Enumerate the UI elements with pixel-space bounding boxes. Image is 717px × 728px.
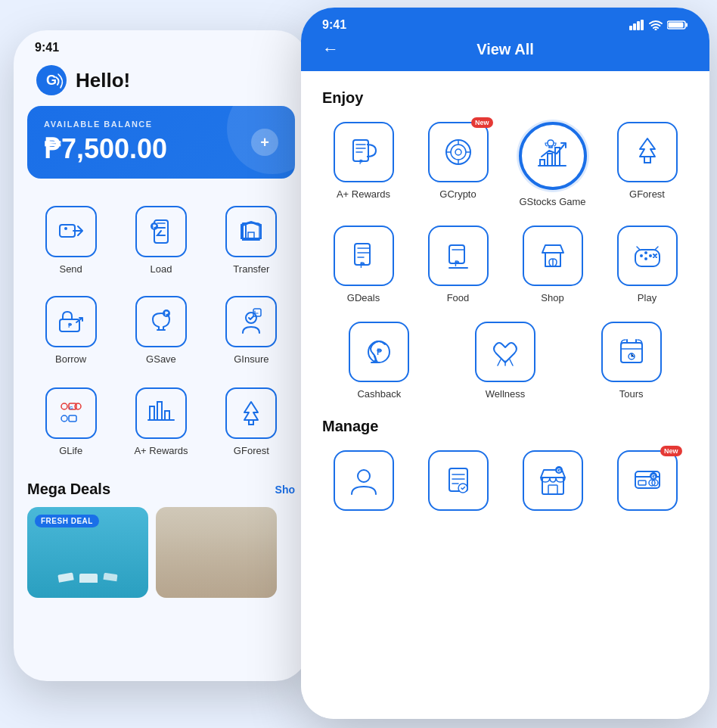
- ginsure-icon: [237, 307, 265, 336]
- enjoy-item-gcrypto[interactable]: New GCrypto: [417, 122, 499, 207]
- enjoy-item-play[interactable]: Play: [606, 226, 688, 303]
- food-icon-box: ₱: [428, 226, 489, 286]
- gforest-enjoy-label: GForest: [629, 188, 665, 200]
- svg-point-34: [455, 149, 461, 155]
- gdeals-label: GDeals: [347, 292, 380, 303]
- shop-label: Shop: [541, 292, 563, 303]
- mega-deals-shop-link[interactable]: Sho: [275, 484, 295, 496]
- action-gforest[interactable]: GForest: [208, 380, 295, 464]
- enjoy-item-tours[interactable]: Tours: [574, 322, 688, 400]
- status-bar-back: 9:41: [14, 30, 309, 61]
- fresh-deal-badge: FRESH DEAL: [35, 515, 99, 527]
- arewards-enjoy-icon-box: ₱: [334, 122, 394, 182]
- svg-point-43: [644, 251, 647, 254]
- svg-rect-21: [629, 26, 632, 30]
- svg-text:₱: ₱: [358, 159, 362, 166]
- svg-point-41: [644, 257, 647, 260]
- play-icon: [631, 239, 664, 272]
- gcard-new-badge: New: [660, 446, 682, 456]
- svg-rect-22: [633, 23, 636, 30]
- enjoy-row1: ₱ A+ Rewards New GCrypto: [322, 122, 688, 207]
- enjoy-item-gforest[interactable]: GForest: [606, 122, 688, 207]
- bills-icon: [442, 464, 475, 497]
- send-label: Send: [59, 263, 82, 275]
- enjoy-item-food[interactable]: ₱ Food: [417, 226, 499, 303]
- manage-item-bills[interactable]: [417, 450, 499, 517]
- deal-card-2[interactable]: [156, 507, 277, 598]
- mega-deals-section: Mega Deals Sho FRESH DEAL: [14, 471, 309, 607]
- front-phone: 9:41 ← View All: [301, 8, 709, 719]
- gcash-logo-icon: G: [35, 64, 68, 97]
- action-ginsure[interactable]: GInsure: [208, 288, 295, 372]
- svg-point-40: [640, 254, 643, 257]
- cashback-label: Cashback: [357, 388, 401, 400]
- shop-icon-box: [523, 226, 583, 286]
- gdeals-icon-box: ₱: [334, 226, 394, 286]
- deal-card-1[interactable]: FRESH DEAL: [27, 507, 148, 598]
- svg-text:G: G: [46, 73, 57, 88]
- enjoy-item-shop[interactable]: Shop: [511, 226, 594, 303]
- action-borrow[interactable]: ₱ Borrow: [27, 288, 114, 372]
- glife-label: GLife: [59, 445, 82, 456]
- action-transfer[interactable]: Transfer: [208, 198, 295, 282]
- mega-deals-title: Mega Deals: [27, 481, 110, 498]
- back-phone: 9:41 G Hello! AVAILABLE BALANCE ₱7,500.0…: [14, 30, 309, 681]
- arewards-enjoy-icon: ₱: [347, 135, 380, 169]
- wellness-icon-box: [475, 322, 535, 382]
- manage-item-profile[interactable]: [322, 450, 405, 517]
- gcard-icon-box: New G: [617, 450, 678, 511]
- manage-item-store[interactable]: G: [511, 450, 594, 517]
- action-gsave[interactable]: ₱ GSave: [117, 288, 204, 372]
- svg-rect-52: [548, 485, 557, 494]
- enjoy-row2: ₱ GDeals ₱ Food: [322, 226, 688, 303]
- manage-section-title: Manage: [322, 418, 688, 435]
- quick-actions-row1: Send ₱ Load: [14, 192, 309, 288]
- svg-rect-18: [69, 415, 76, 422]
- action-arewards[interactable]: A+ Rewards: [117, 380, 204, 464]
- svg-text:G: G: [557, 468, 561, 473]
- enjoy-item-wellness[interactable]: Wellness: [449, 322, 563, 400]
- action-glife[interactable]: G GLife: [27, 380, 114, 464]
- enjoy-item-cashback[interactable]: ₱ Cashback: [322, 322, 436, 400]
- enjoy-item-arewards[interactable]: ₱ A+ Rewards: [322, 122, 405, 207]
- send-icon: [57, 217, 85, 246]
- ginsure-label: GInsure: [234, 353, 268, 365]
- action-load[interactable]: ₱ Load: [117, 198, 204, 282]
- transfer-icon: [237, 217, 265, 246]
- wellness-label: Wellness: [486, 388, 526, 400]
- gsave-label: GSave: [146, 353, 176, 365]
- svg-point-25: [655, 29, 657, 31]
- battery-icon: [667, 20, 688, 30]
- deals-images: FRESH DEAL: [27, 507, 295, 598]
- tours-icon-box: [601, 322, 662, 382]
- manage-row1: G New: [322, 450, 688, 517]
- svg-point-19: [75, 403, 81, 409]
- svg-point-48: [358, 470, 370, 482]
- gforest-enjoy-icon-box: [617, 122, 678, 182]
- borrow-icon: ₱: [57, 307, 85, 336]
- balance-decoration: [227, 106, 295, 174]
- action-send[interactable]: Send: [27, 198, 114, 282]
- svg-rect-23: [637, 21, 640, 30]
- store-icon: G: [536, 464, 570, 497]
- status-icons: [629, 20, 688, 30]
- back-button[interactable]: ←: [322, 39, 339, 59]
- balance-label: AVAILABLE BALANCE: [44, 120, 167, 129]
- cashback-icon: ₱: [362, 335, 396, 369]
- gcrypto-new-badge: New: [471, 117, 493, 128]
- gforest-icon: [237, 399, 265, 428]
- manage-item-gcard[interactable]: New G: [606, 450, 688, 517]
- gsave-icon: ₱: [147, 307, 175, 336]
- gcard-icon: G: [631, 464, 664, 497]
- time-back: 9:41: [35, 41, 59, 54]
- svg-rect-24: [641, 20, 644, 30]
- svg-rect-27: [686, 23, 688, 27]
- glife-icon-box: G: [45, 387, 97, 439]
- quick-actions-row2: ₱ Borrow ₱ GSave: [14, 288, 309, 380]
- svg-text:₱: ₱: [377, 347, 382, 356]
- enjoy-item-gstocks[interactable]: GStocks Game: [511, 122, 594, 207]
- svg-text:₱: ₱: [67, 322, 71, 329]
- shop-icon: [536, 239, 570, 272]
- enjoy-item-gdeals[interactable]: ₱ GDeals: [322, 226, 405, 303]
- gstocks-icon-box: [519, 122, 587, 190]
